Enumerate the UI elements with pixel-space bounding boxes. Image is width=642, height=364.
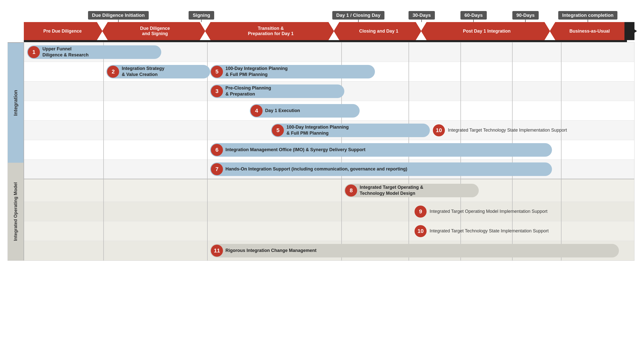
section-label-iom: Integrated Operating Model bbox=[8, 163, 24, 260]
row-4: 4 Day 1 Execution bbox=[24, 101, 634, 121]
milestone-completion: Integration completion bbox=[558, 11, 618, 22]
bar-6: 6 Integration Management Office (IMO) & … bbox=[210, 143, 552, 157]
bar-number-2: 2 bbox=[107, 66, 119, 78]
phase-due-diligence: Due Diligenceand Signing bbox=[102, 22, 205, 40]
row-1: 1 Upper FunnelDiligence & Research bbox=[24, 42, 634, 62]
bar-number-3: 3 bbox=[211, 85, 223, 97]
bar-1: 1 Upper FunnelDiligence & Research bbox=[27, 45, 161, 59]
milestone-30days: 30-Days bbox=[409, 11, 435, 22]
bar-number-1: 1 bbox=[28, 46, 40, 58]
row-2: 2 Integration Strategy& Value Creation 5… bbox=[24, 62, 634, 81]
milestone-90days: 90-Days bbox=[512, 11, 539, 22]
milestone-60days: 60-Days bbox=[460, 11, 487, 22]
bar-text-3: Pre-Closing Planning& Preparation bbox=[225, 85, 271, 97]
row-9: 9 Integrated Target Operating Model Impl… bbox=[24, 202, 634, 221]
standalone-text-10-iom: Integrated Target Technology State Imple… bbox=[430, 228, 549, 234]
bar-number-5a: 5 bbox=[211, 66, 223, 78]
standalone-number-9: 9 bbox=[415, 206, 427, 218]
row-6: 6 Integration Management Office (IMO) & … bbox=[24, 140, 634, 160]
bar-number-6: 6 bbox=[211, 144, 223, 156]
bar-number-7: 7 bbox=[211, 163, 223, 175]
standalone-10: 10 Integrated Target Technology State Im… bbox=[433, 124, 567, 136]
standalone-text-10: Integrated Target Technology State Imple… bbox=[448, 128, 567, 133]
standalone-9: 9 Integrated Target Operating Model Impl… bbox=[415, 206, 547, 218]
phase-transition: Transition &Preparation for Day 1 bbox=[205, 22, 334, 40]
arrow-head bbox=[629, 26, 637, 36]
standalone-number-10: 10 bbox=[433, 124, 445, 136]
grid-area: 1 Upper FunnelDiligence & Research 2 Int… bbox=[24, 42, 634, 260]
row-8: 8 Integrated Target Operating &Technolog… bbox=[24, 179, 634, 202]
bar-text-7: Hands-On Integration Support (including … bbox=[225, 166, 407, 172]
bar-number-4: 4 bbox=[251, 105, 263, 117]
row-7: 7 Hands-On Integration Support (includin… bbox=[24, 160, 634, 179]
bar-text-4: Day 1 Execution bbox=[265, 108, 300, 114]
bar-text-5b: 100-Day Integration Planning& Full PMI P… bbox=[286, 124, 349, 136]
phase-pre-due-diligence: Pre Due Diligence bbox=[24, 22, 102, 40]
bar-5b: 5 100-Day Integration Planning& Full PMI… bbox=[271, 124, 430, 137]
bar-7: 7 Hands-On Integration Support (includin… bbox=[210, 162, 552, 176]
section-labels: Integration Integrated Operating Model bbox=[8, 42, 24, 260]
timeline-line bbox=[24, 40, 627, 42]
row-10-iom: 10 Integrated Target Technology State Im… bbox=[24, 221, 634, 241]
phase-bar: Pre Due Diligence Due Diligenceand Signi… bbox=[24, 22, 634, 40]
bar-5a: 5 100-Day Integration Planning& Full PMI… bbox=[210, 65, 375, 78]
bar-text-5a: 100-Day Integration Planning& Full PMI P… bbox=[225, 66, 288, 77]
bar-text-6: Integration Management Office (IMO) & Sy… bbox=[225, 147, 365, 153]
milestone-due-diligence: Due Diligence Initiation bbox=[88, 11, 149, 22]
bar-number-11: 11 bbox=[211, 245, 223, 257]
milestone-labels: Due Diligence Initiation Signing Day 1 /… bbox=[24, 5, 634, 22]
standalone-10-iom: 10 Integrated Target Technology State Im… bbox=[415, 225, 549, 237]
bar-text-11: Rigorous Integration Change Management bbox=[225, 248, 316, 253]
bar-number-5b: 5 bbox=[272, 124, 284, 136]
bar-text-1: Upper FunnelDiligence & Research bbox=[42, 46, 89, 58]
bar-2: 2 Integration Strategy& Value Creation bbox=[106, 65, 210, 78]
bar-3: 3 Pre-Closing Planning& Preparation bbox=[210, 84, 344, 98]
bar-number-8: 8 bbox=[345, 185, 357, 197]
row-3: 3 Pre-Closing Planning& Preparation bbox=[24, 81, 634, 101]
bar-text-8: Integrated Target Operating &Technology … bbox=[360, 185, 423, 196]
milestone-signing: Signing bbox=[189, 11, 214, 22]
milestone-day1: Day 1 / Closing Day bbox=[332, 11, 384, 22]
bar-text-2: Integration Strategy& Value Creation bbox=[122, 66, 164, 77]
row-5: 5 100-Day Integration Planning& Full PMI… bbox=[24, 121, 634, 140]
row-11: 11 Rigorous Integration Change Managemen… bbox=[24, 241, 634, 260]
main-container: Due Diligence Initiation Signing Day 1 /… bbox=[0, 0, 642, 266]
phase-bau: Business-as-Usual bbox=[550, 22, 624, 40]
section-label-integration: Integration bbox=[8, 42, 24, 163]
content-area: Integration Integrated Operating Model 1 bbox=[8, 42, 634, 261]
bar-4: 4 Day 1 Execution bbox=[250, 104, 360, 118]
phase-closing: Closing and Day 1 bbox=[334, 22, 421, 40]
standalone-number-10-iom: 10 bbox=[415, 225, 427, 237]
timeline-arrow bbox=[624, 22, 634, 40]
bar-11: 11 Rigorous Integration Change Managemen… bbox=[210, 244, 619, 257]
standalone-text-9: Integrated Target Operating Model Implem… bbox=[430, 209, 547, 214]
phase-post-day1: Post Day 1 Integration bbox=[421, 22, 550, 40]
bar-8: 8 Integrated Target Operating &Technolog… bbox=[344, 184, 478, 197]
